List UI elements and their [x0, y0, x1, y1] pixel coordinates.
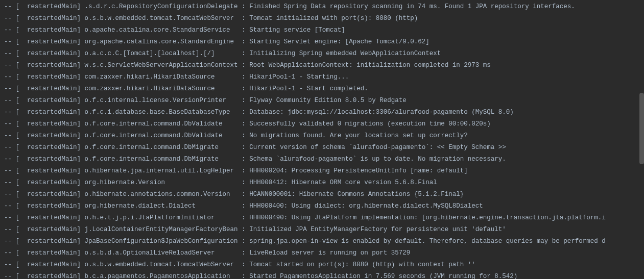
log-message: Initializing Spring embedded WebApplicat…	[249, 48, 441, 60]
log-logger: com.zaxxer.hikari.HikariDataSource	[85, 83, 242, 95]
log-line[interactable]: -- [ restartedMain] .s.d.r.c.RepositoryC…	[0, 1, 644, 13]
log-prefix: -- [	[4, 200, 27, 212]
log-separator: :	[242, 60, 249, 71]
log-line[interactable]: -- [ restartedMain] o.hibernate.jpa.inte…	[0, 165, 644, 177]
log-line[interactable]: -- [ restartedMain] o.hibernate.annotati…	[0, 189, 644, 200]
log-message: HikariPool-1 - Start completed.	[249, 83, 368, 95]
log-line[interactable]: -- [ restartedMain] o.f.core.internal.co…	[0, 154, 644, 165]
log-logger: o.a.c.c.C.[Tomcat].[localhost].[/]	[85, 48, 242, 60]
log-message: Tomcat initialized with port(s): 8080 (h…	[249, 13, 418, 24]
log-thread: restartedMain]	[27, 130, 85, 142]
log-logger: o.f.core.internal.command.DbMigrate	[85, 154, 242, 165]
log-separator: :	[242, 165, 249, 177]
log-separator: :	[242, 142, 249, 154]
vertical-scrollbar[interactable]	[639, 93, 644, 164]
log-prefix: -- [	[4, 83, 27, 95]
log-separator: :	[242, 71, 249, 83]
log-line[interactable]: -- [ restartedMain] com.zaxxer.hikari.Hi…	[0, 83, 644, 95]
log-prefix: -- [	[4, 48, 27, 60]
log-prefix: -- [	[4, 236, 27, 247]
log-line[interactable]: -- [ restartedMain] o.s.b.w.embedded.tom…	[0, 13, 644, 24]
log-message: spring.jpa.open-in-view is enabled by de…	[249, 236, 606, 247]
log-line[interactable]: -- [ restartedMain] com.zaxxer.hikari.Hi…	[0, 71, 644, 83]
log-prefix: -- [	[4, 142, 27, 154]
log-message: HCANN000001: Hibernate Commons Annotatio…	[249, 189, 464, 200]
log-message: HHH000204: Processing PersistenceUnitInf…	[249, 165, 468, 177]
log-separator: :	[242, 1, 249, 13]
log-thread: restartedMain]	[27, 13, 85, 24]
log-prefix: -- [	[4, 212, 27, 224]
log-separator: :	[242, 24, 249, 36]
log-thread: restartedMain]	[27, 212, 85, 224]
log-thread: restartedMain]	[27, 200, 85, 212]
log-message: Successfully validated 0 migrations (exe…	[249, 118, 491, 130]
log-separator: :	[242, 247, 249, 259]
log-message: HHH000412: Hibernate ORM core version 5.…	[249, 177, 437, 189]
log-line[interactable]: -- [ restartedMain] org.hibernate.Versio…	[0, 177, 644, 189]
log-thread: restartedMain]	[27, 259, 85, 271]
log-thread: restartedMain]	[27, 236, 85, 247]
log-line[interactable]: -- [ restartedMain] o.f.core.internal.co…	[0, 118, 644, 130]
log-message: Finished Spring Data repository scanning…	[249, 1, 575, 13]
log-separator: :	[242, 212, 249, 224]
log-line[interactable]: -- [ restartedMain] o.h.e.t.j.p.i.JtaPla…	[0, 212, 644, 224]
log-line[interactable]: -- [ restartedMain] o.f.core.internal.co…	[0, 142, 644, 154]
log-separator: :	[242, 13, 249, 24]
log-line[interactable]: -- [ restartedMain] j.LocalContainerEnti…	[0, 224, 644, 236]
log-message: HHH000490: Using JtaPlatform implementat…	[249, 212, 606, 224]
log-logger: org.hibernate.dialect.Dialect	[85, 200, 242, 212]
log-line[interactable]: -- [ restartedMain] o.a.c.c.C.[Tomcat].[…	[0, 48, 644, 60]
log-thread: restartedMain]	[27, 224, 85, 236]
log-prefix: -- [	[4, 177, 27, 189]
log-line[interactable]: -- [ restartedMain] b.c.a.pagamentos.Pag…	[0, 271, 644, 279]
log-thread: restartedMain]	[27, 142, 85, 154]
log-prefix: -- [	[4, 224, 27, 236]
log-thread: restartedMain]	[27, 189, 85, 200]
log-thread: restartedMain]	[27, 165, 85, 177]
log-prefix: -- [	[4, 165, 27, 177]
log-thread: restartedMain]	[27, 154, 85, 165]
log-line[interactable]: -- [ restartedMain] org.hibernate.dialec…	[0, 200, 644, 212]
log-thread: restartedMain]	[27, 36, 85, 48]
log-line[interactable]: -- [ restartedMain] o.f.c.i.database.bas…	[0, 107, 644, 118]
log-logger: org.hibernate.Version	[85, 177, 242, 189]
log-prefix: -- [	[4, 154, 27, 165]
log-line[interactable]: -- [ restartedMain] o.f.c.internal.licen…	[0, 95, 644, 107]
log-logger: com.zaxxer.hikari.HikariDataSource	[85, 71, 242, 83]
log-logger: o.hibernate.jpa.internal.util.LogHelper	[85, 165, 242, 177]
log-message: Tomcat started on port(s): 8080 (http) w…	[249, 259, 475, 271]
log-logger: o.s.b.d.a.OptionalLiveReloadServer	[85, 247, 242, 259]
log-prefix: -- [	[4, 13, 27, 24]
log-line[interactable]: -- [ restartedMain] w.s.c.ServletWebServ…	[0, 60, 644, 71]
log-logger: o.hibernate.annotations.common.Version	[85, 189, 242, 200]
log-line[interactable]: -- [ restartedMain] o.apache.catalina.co…	[0, 24, 644, 36]
log-message: HHH000400: Using dialect: org.hibernate.…	[249, 200, 483, 212]
log-separator: :	[242, 236, 249, 247]
log-line[interactable]: -- [ restartedMain] o.f.core.internal.co…	[0, 130, 644, 142]
log-thread: restartedMain]	[27, 71, 85, 83]
log-logger: o.s.b.w.embedded.tomcat.TomcatWebServer	[85, 13, 242, 24]
log-separator: :	[242, 95, 249, 107]
log-message: Database: jdbc:mysql://localhost:3306/al…	[249, 107, 514, 118]
log-prefix: -- [	[4, 130, 27, 142]
log-separator: :	[242, 118, 249, 130]
console-log-output[interactable]: -- [ restartedMain] .s.d.r.c.RepositoryC…	[0, 1, 644, 279]
log-line[interactable]: -- [ restartedMain] org.apache.catalina.…	[0, 36, 644, 48]
log-message: Starting service [Tomcat]	[249, 24, 345, 36]
log-line[interactable]: -- [ restartedMain] o.s.b.d.a.OptionalLi…	[0, 247, 644, 259]
log-message: Starting Servlet engine: [Apache Tomcat/…	[249, 36, 430, 48]
log-prefix: -- [	[4, 271, 27, 279]
log-message: Current version of schema `alurafood-pag…	[249, 142, 506, 154]
log-prefix: -- [	[4, 247, 27, 259]
log-prefix: -- [	[4, 71, 27, 83]
log-line[interactable]: -- [ restartedMain] o.s.b.w.embedded.tom…	[0, 259, 644, 271]
log-separator: :	[242, 177, 249, 189]
log-thread: restartedMain]	[27, 247, 85, 259]
log-line[interactable]: -- [ restartedMain] JpaBaseConfiguration…	[0, 236, 644, 247]
log-logger: w.s.c.ServletWebServerApplicationContext	[85, 60, 242, 71]
log-thread: restartedMain]	[27, 83, 85, 95]
log-thread: restartedMain]	[27, 107, 85, 118]
log-separator: :	[242, 224, 249, 236]
log-message: Flyway Community Edition 8.0.5 by Redgat…	[249, 95, 407, 107]
log-message: Started PagamentosApplication in 7.569 s…	[249, 271, 517, 279]
